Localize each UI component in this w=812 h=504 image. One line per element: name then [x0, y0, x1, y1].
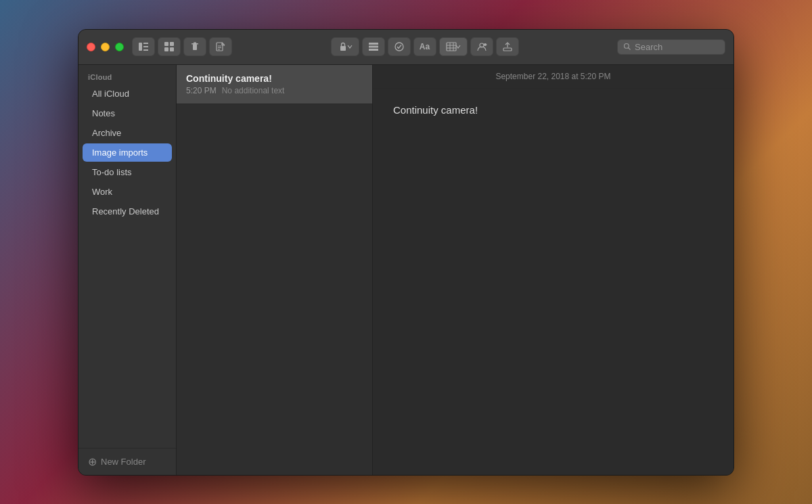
- svg-point-22: [395, 43, 403, 51]
- export-icon: [502, 41, 513, 52]
- note-date-header: September 22, 2018 at 5:20 PM: [373, 65, 734, 89]
- sidebar-label-image-imports: Image imports: [92, 147, 148, 158]
- close-button[interactable]: [87, 43, 95, 51]
- note-meta: 5:20 PM No additional text: [186, 86, 363, 95]
- svg-line-33: [629, 48, 631, 50]
- sidebar-item-work[interactable]: Work: [83, 183, 172, 201]
- main-content: iCloud All iCloud Notes Archive Image im…: [78, 65, 734, 475]
- table-chevron-icon: [455, 44, 461, 49]
- svg-rect-4: [164, 42, 168, 46]
- titlebar: Aa: [78, 30, 734, 65]
- sidebar-label-archive: Archive: [92, 128, 121, 138]
- sidebar-item-image-imports[interactable]: Image imports: [83, 143, 172, 162]
- grid-icon: [164, 41, 175, 52]
- note-editor: September 22, 2018 at 5:20 PM Continuity…: [373, 65, 734, 475]
- sidebar-item-archive[interactable]: Archive: [83, 124, 172, 142]
- toolbar-center: Aa: [331, 37, 519, 56]
- search-icon: [623, 43, 631, 51]
- note-content[interactable]: Continuity camera!: [373, 89, 734, 475]
- compose-icon: [215, 41, 226, 52]
- svg-rect-21: [369, 49, 378, 51]
- note-item[interactable]: Continuity camera! 5:20 PM No additional…: [177, 65, 372, 104]
- sidebar-label-work: Work: [92, 187, 112, 197]
- maximize-button[interactable]: [115, 43, 124, 51]
- minimize-button[interactable]: [101, 43, 110, 51]
- svg-rect-0: [139, 43, 142, 51]
- table-button[interactable]: [439, 37, 468, 56]
- sidebar-item-to-do-lists[interactable]: To-do lists: [83, 163, 172, 181]
- plus-icon: ⊕: [88, 455, 97, 468]
- note-preview: No additional text: [222, 86, 285, 95]
- svg-rect-10: [194, 43, 196, 44]
- svg-rect-1: [143, 43, 148, 44]
- svg-rect-5: [170, 42, 174, 46]
- svg-rect-18: [340, 46, 346, 51]
- new-folder-label: New Folder: [101, 457, 145, 467]
- export-button[interactable]: [496, 37, 519, 56]
- sidebar-icon: [138, 41, 149, 52]
- traffic-lights: [87, 43, 124, 51]
- svg-rect-20: [369, 46, 378, 48]
- lock-button[interactable]: [331, 37, 359, 56]
- sidebar-item-notes[interactable]: Notes: [83, 104, 172, 122]
- list-view-button[interactable]: [362, 37, 385, 56]
- svg-rect-30: [503, 48, 512, 51]
- new-folder-button[interactable]: ⊕ New Folder: [78, 448, 176, 475]
- note-time: 5:20 PM: [186, 86, 217, 95]
- svg-point-32: [625, 44, 629, 49]
- grid-view-button[interactable]: [158, 37, 181, 56]
- sidebar-item-all-icloud[interactable]: All iCloud: [83, 85, 172, 103]
- trash-icon: [189, 41, 200, 52]
- sidebar-item-recently-deleted[interactable]: Recently Deleted: [83, 202, 172, 221]
- list-icon: [368, 41, 379, 52]
- svg-rect-7: [170, 47, 174, 51]
- svg-rect-3: [143, 49, 148, 51]
- notes-list: Continuity camera! 5:20 PM No additional…: [177, 65, 373, 475]
- note-content-text: Continuity camera!: [393, 104, 478, 116]
- sidebar-label-all-icloud: All iCloud: [92, 89, 129, 99]
- sidebar-section-label: iCloud: [78, 65, 176, 84]
- svg-rect-23: [447, 43, 456, 51]
- sidebar-toggle-button[interactable]: [132, 37, 155, 56]
- compose-button[interactable]: [209, 37, 232, 56]
- svg-rect-6: [164, 47, 168, 51]
- chevron-down-icon: [347, 44, 353, 49]
- svg-rect-8: [193, 44, 197, 50]
- format-button[interactable]: Aa: [413, 37, 436, 56]
- sidebar-label-notes: Notes: [92, 108, 115, 118]
- svg-rect-2: [143, 46, 148, 47]
- sidebar-label-recently-deleted: Recently Deleted: [92, 206, 159, 216]
- svg-rect-9: [191, 43, 198, 45]
- search-input[interactable]: [635, 42, 719, 52]
- toolbar: Aa: [132, 37, 725, 56]
- note-title: Continuity camera!: [186, 73, 363, 84]
- share-contact-icon: [476, 41, 487, 52]
- search-box[interactable]: [617, 39, 725, 55]
- app-window: Aa: [78, 29, 734, 476]
- check-icon: [394, 41, 405, 52]
- sidebar: iCloud All iCloud Notes Archive Image im…: [78, 65, 177, 475]
- svg-rect-19: [369, 43, 378, 45]
- checklist-button[interactable]: [388, 37, 411, 56]
- format-label: Aa: [420, 42, 430, 51]
- sidebar-label-to-do-lists: To-do lists: [92, 167, 132, 177]
- toolbar-right: [617, 39, 725, 55]
- share-contact-button[interactable]: [470, 37, 493, 56]
- delete-button[interactable]: [183, 37, 206, 56]
